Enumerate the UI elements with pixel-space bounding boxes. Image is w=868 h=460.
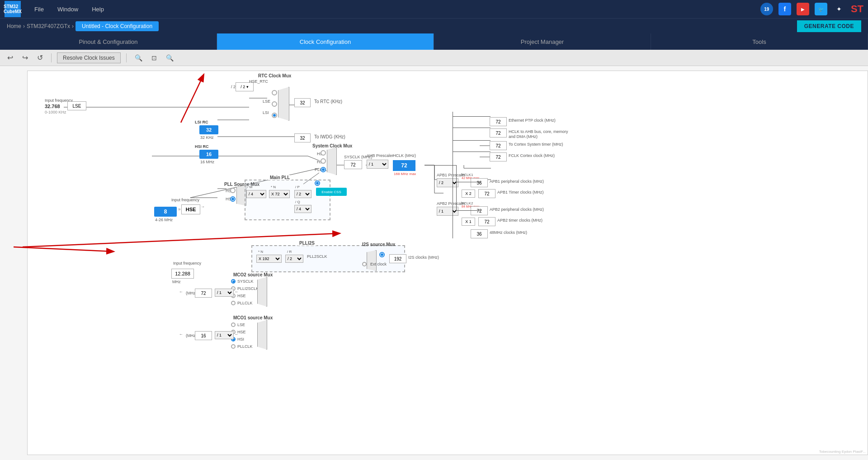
zoom-in-button[interactable]: 🔍 — [132, 52, 145, 63]
breadcrumb-device[interactable]: STM32F407ZGTx — [27, 23, 70, 29]
to-rtc-input[interactable] — [294, 98, 311, 107]
mco1-pllclk-radio[interactable] — [231, 344, 236, 349]
logo-box: STM32 CubeMX — [5, 1, 21, 17]
hse-div2-select[interactable]: / 2 ▾ — [236, 82, 254, 91]
eth-ptp-input[interactable] — [490, 117, 507, 126]
toolbar-separator2 — [126, 53, 127, 62]
ahb-prescaler-select[interactable]: / 1 — [367, 160, 388, 169]
generate-code-button[interactable]: GENERATE CODE — [797, 20, 861, 32]
hclk-ahb-input[interactable] — [490, 128, 507, 138]
logo-area: STM32 CubeMX — [5, 1, 21, 17]
plli2s-freq-block: 12.288 — [171, 269, 194, 279]
undo-button[interactable]: ↩ — [5, 52, 16, 64]
apb1-line — [456, 182, 481, 182]
fit-button[interactable]: ⊡ — [149, 52, 160, 63]
main-content: Input frequency 32.768 0-1000 KHz LSE / … — [0, 66, 868, 460]
refresh-button[interactable]: ↺ — [34, 52, 46, 64]
clk48-input[interactable] — [471, 229, 488, 238]
rtc-hse-radio[interactable] — [272, 90, 277, 95]
plli2s-r-select[interactable]: / 2 — [285, 255, 303, 263]
mco1-lse-radio[interactable] — [231, 322, 236, 327]
hclk-vertical-line — [453, 112, 453, 238]
i2s-input[interactable] — [389, 254, 406, 263]
eth-ptp-line — [453, 116, 491, 117]
pll-hse-radio[interactable] — [230, 196, 236, 202]
st-logo: ST — [851, 3, 863, 15]
lse-box: LSE — [67, 101, 86, 110]
apb2-timer-input[interactable] — [478, 217, 495, 226]
hse-box: HSE — [181, 204, 200, 214]
mult-n-select[interactable]: X 72 — [269, 190, 290, 198]
lsi-rc-block: 32 — [199, 125, 218, 134]
hclk-to-apb-line — [425, 165, 456, 166]
apb-vertical-line — [456, 165, 457, 210]
hclk-input[interactable] — [393, 160, 415, 171]
plli2s-n-select[interactable]: X 192 — [256, 255, 282, 263]
sys-hse-radio[interactable] — [321, 158, 326, 164]
apb1-prescaler-select[interactable]: / 2 — [437, 178, 458, 187]
hse-freq-block: 8 — [154, 207, 177, 217]
menu-items: File Window Help — [34, 6, 760, 13]
clock-diagram: Input frequency 32.768 0-1000 KHz LSE / … — [27, 71, 868, 455]
div-p-select[interactable]: / 2 — [294, 190, 311, 198]
notification-icon[interactable]: 19 — [760, 3, 773, 15]
mco2-pllclk-radio[interactable] — [231, 301, 236, 305]
apb2-line — [456, 210, 481, 211]
top-right-icons: 19 f ▶ 🐦 ✦ ST — [760, 3, 863, 15]
menu-file[interactable]: File — [34, 6, 44, 13]
div-m-select[interactable]: / 4 — [246, 190, 266, 198]
ext-clk-radio[interactable] — [362, 262, 367, 266]
cortex-line — [453, 140, 491, 141]
mco2-input[interactable] — [195, 289, 212, 298]
mco2-sysclk-radio[interactable] — [231, 279, 236, 284]
i2s-radio[interactable] — [379, 252, 385, 257]
facebook-icon[interactable]: f — [778, 3, 791, 15]
i2s-mux-shape — [367, 250, 377, 271]
pllclk-output-radio[interactable] — [315, 180, 320, 186]
tab-pinout[interactable]: Pinout & Configuration — [0, 33, 217, 50]
breadcrumb-page[interactable]: Untitled - Clock Configuration — [75, 21, 159, 31]
x2-block: X 2 — [462, 190, 475, 198]
mco1-div-select[interactable]: / 1 — [215, 331, 234, 339]
mco1-mux-shape — [257, 320, 267, 350]
zoom-out-button[interactable]: 🔍 — [163, 52, 176, 63]
network-icon[interactable]: ✦ — [833, 3, 845, 15]
redo-button[interactable]: ↪ — [19, 52, 31, 64]
tab-clock[interactable]: Clock Configuration — [217, 33, 434, 50]
x1-block: X 1 — [462, 218, 475, 226]
cortex-input[interactable] — [490, 141, 507, 150]
mco2-div-select[interactable]: / 1 — [215, 289, 234, 297]
div-q-select[interactable]: / 4 — [294, 205, 311, 213]
sysclk-input[interactable] — [344, 160, 362, 169]
breadcrumb-home[interactable]: Home — [7, 23, 21, 29]
sys-hsi-radio[interactable] — [321, 150, 326, 156]
breadcrumb-sep1: › — [23, 23, 25, 29]
fclk-input[interactable] — [490, 152, 507, 161]
to-iwdg-input[interactable] — [294, 133, 311, 142]
top-bar: STM32 CubeMX File Window Help 19 f ▶ 🐦 ✦… — [0, 0, 868, 18]
sys-mux-shape — [327, 147, 337, 175]
toolbar: ↩ ↪ ↺ Resolve Clock Issues 🔍 ⊡ 🔍 — [0, 50, 868, 66]
apb2-prescaler-select[interactable]: / 1 — [437, 207, 458, 216]
logo-text: STM32 CubeMX — [4, 4, 22, 14]
tab-bar: Pinout & Configuration Clock Configurati… — [0, 33, 868, 50]
apb1-timer-input[interactable] — [478, 189, 495, 198]
mco1-input[interactable] — [195, 331, 212, 340]
breadcrumb-sep2: › — [72, 23, 74, 29]
enable-css-button[interactable]: Enable CSS — [316, 188, 347, 196]
tab-tools[interactable]: Tools — [651, 33, 868, 50]
youtube-icon[interactable]: ▶ — [797, 3, 809, 15]
menu-help[interactable]: Help — [92, 6, 104, 13]
apb1-periph-input[interactable] — [471, 178, 488, 187]
rtc-lse-radio[interactable] — [272, 101, 277, 107]
rtc-lsi-radio[interactable] — [272, 113, 277, 118]
hsi-rc-block: 16 — [199, 150, 218, 159]
twitter-icon[interactable]: 🐦 — [815, 3, 827, 15]
resolve-clock-issues-button[interactable]: Resolve Clock Issues — [57, 52, 121, 63]
hclk-ahb-line — [453, 128, 491, 128]
pll-hsi-radio[interactable] — [230, 188, 236, 193]
tab-project[interactable]: Project Manager — [434, 33, 651, 50]
menu-window[interactable]: Window — [57, 6, 78, 13]
sys-pllclk-radio[interactable] — [321, 167, 326, 172]
apb2-periph-input[interactable] — [471, 206, 488, 215]
